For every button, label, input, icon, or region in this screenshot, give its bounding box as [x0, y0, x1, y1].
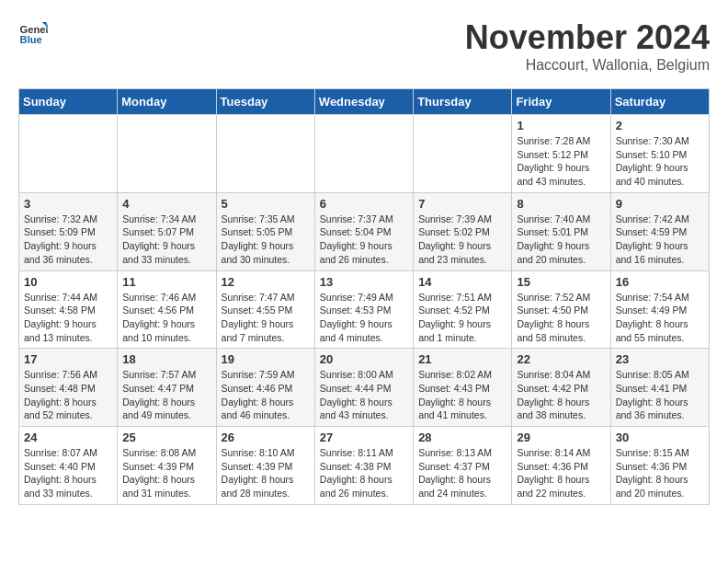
- day-number: 21: [418, 352, 506, 366]
- day-cell: 17 Sunrise: 7:56 AMSunset: 4:48 PMDaylig…: [19, 349, 118, 427]
- day-number: 16: [616, 275, 704, 289]
- day-number: 15: [517, 275, 605, 289]
- column-header-sunday: Sunday: [19, 89, 118, 115]
- day-cell: 27 Sunrise: 8:11 AMSunset: 4:38 PMDaylig…: [314, 427, 413, 505]
- week-row-4: 17 Sunrise: 7:56 AMSunset: 4:48 PMDaylig…: [19, 349, 710, 427]
- day-cell: [314, 115, 413, 193]
- column-header-tuesday: Tuesday: [216, 89, 314, 115]
- day-detail: Sunrise: 7:51 AMSunset: 4:52 PMDaylight:…: [418, 291, 506, 345]
- calendar-header-row: SundayMondayTuesdayWednesdayThursdayFrid…: [19, 89, 710, 115]
- calendar-table: SundayMondayTuesdayWednesdayThursdayFrid…: [18, 88, 710, 505]
- day-detail: Sunrise: 8:05 AMSunset: 4:41 PMDaylight:…: [616, 368, 704, 422]
- day-cell: [414, 115, 512, 193]
- day-number: 12: [222, 275, 310, 289]
- day-number: 8: [517, 197, 605, 211]
- day-number: 14: [418, 275, 506, 289]
- day-detail: Sunrise: 8:15 AMSunset: 4:36 PMDaylight:…: [616, 446, 704, 500]
- day-number: 17: [24, 352, 112, 366]
- day-detail: Sunrise: 7:34 AMSunset: 5:07 PMDaylight:…: [122, 213, 210, 267]
- week-row-5: 24 Sunrise: 8:07 AMSunset: 4:40 PMDaylig…: [19, 427, 710, 505]
- day-detail: Sunrise: 8:13 AMSunset: 4:37 PMDaylight:…: [418, 446, 506, 500]
- day-detail: Sunrise: 7:54 AMSunset: 4:49 PMDaylight:…: [616, 291, 704, 345]
- day-cell: 9 Sunrise: 7:42 AMSunset: 4:59 PMDayligh…: [610, 192, 709, 270]
- svg-text:General: General: [20, 24, 48, 35]
- day-detail: Sunrise: 7:39 AMSunset: 5:02 PMDaylight:…: [418, 213, 506, 267]
- day-cell: 10 Sunrise: 7:44 AMSunset: 4:58 PMDaylig…: [19, 270, 118, 349]
- day-number: 20: [320, 352, 408, 366]
- location-title: Haccourt, Wallonia, Belgium: [465, 57, 710, 74]
- day-cell: 1 Sunrise: 7:28 AMSunset: 5:12 PMDayligh…: [512, 115, 610, 193]
- day-number: 7: [418, 197, 506, 211]
- day-detail: Sunrise: 8:14 AMSunset: 4:36 PMDaylight:…: [517, 446, 605, 500]
- day-number: 10: [24, 275, 112, 289]
- day-cell: 6 Sunrise: 7:37 AMSunset: 5:04 PMDayligh…: [314, 192, 413, 270]
- day-cell: 5 Sunrise: 7:35 AMSunset: 5:05 PMDayligh…: [216, 192, 314, 270]
- logo-icon: General Blue: [18, 18, 48, 48]
- day-cell: 26 Sunrise: 8:10 AMSunset: 4:39 PMDaylig…: [216, 427, 314, 505]
- day-cell: 11 Sunrise: 7:46 AMSunset: 4:56 PMDaylig…: [118, 270, 216, 349]
- day-cell: 29 Sunrise: 8:14 AMSunset: 4:36 PMDaylig…: [512, 427, 610, 505]
- day-cell: 19 Sunrise: 7:59 AMSunset: 4:46 PMDaylig…: [216, 349, 314, 427]
- day-number: 25: [122, 431, 210, 444]
- day-cell: 23 Sunrise: 8:05 AMSunset: 4:41 PMDaylig…: [610, 349, 709, 427]
- day-detail: Sunrise: 7:30 AMSunset: 5:10 PMDaylight:…: [616, 134, 704, 189]
- day-detail: Sunrise: 8:00 AMSunset: 4:44 PMDaylight:…: [320, 368, 408, 422]
- day-detail: Sunrise: 7:37 AMSunset: 5:04 PMDaylight:…: [320, 213, 408, 267]
- day-cell: 8 Sunrise: 7:40 AMSunset: 5:01 PMDayligh…: [512, 192, 610, 270]
- week-row-1: 1 Sunrise: 7:28 AMSunset: 5:12 PMDayligh…: [19, 115, 710, 193]
- day-detail: Sunrise: 7:57 AMSunset: 4:47 PMDaylight:…: [122, 368, 210, 422]
- day-number: 6: [320, 197, 408, 211]
- day-number: 29: [517, 431, 605, 444]
- day-detail: Sunrise: 8:11 AMSunset: 4:38 PMDaylight:…: [320, 446, 408, 500]
- day-detail: Sunrise: 7:32 AMSunset: 5:09 PMDaylight:…: [24, 213, 112, 267]
- day-cell: [118, 115, 216, 193]
- title-area: November 2024 Haccourt, Wallonia, Belgiu…: [465, 18, 710, 74]
- day-detail: Sunrise: 7:44 AMSunset: 4:58 PMDaylight:…: [24, 291, 112, 345]
- day-cell: 12 Sunrise: 7:47 AMSunset: 4:55 PMDaylig…: [216, 270, 314, 349]
- day-detail: Sunrise: 8:07 AMSunset: 4:40 PMDaylight:…: [24, 446, 112, 500]
- day-number: 9: [616, 197, 704, 211]
- header: General Blue November 2024 Haccourt, Wal…: [18, 18, 710, 74]
- day-detail: Sunrise: 8:04 AMSunset: 4:42 PMDaylight:…: [517, 368, 605, 422]
- day-cell: 25 Sunrise: 8:08 AMSunset: 4:39 PMDaylig…: [118, 427, 216, 505]
- day-cell: 2 Sunrise: 7:30 AMSunset: 5:10 PMDayligh…: [610, 115, 709, 193]
- logo: General Blue: [18, 18, 48, 48]
- day-cell: 24 Sunrise: 8:07 AMSunset: 4:40 PMDaylig…: [19, 427, 118, 505]
- day-detail: Sunrise: 7:28 AMSunset: 5:12 PMDaylight:…: [517, 134, 605, 189]
- day-detail: Sunrise: 7:59 AMSunset: 4:46 PMDaylight:…: [222, 368, 310, 422]
- day-cell: 30 Sunrise: 8:15 AMSunset: 4:36 PMDaylig…: [610, 427, 709, 505]
- month-title: November 2024: [465, 18, 710, 57]
- day-detail: Sunrise: 7:52 AMSunset: 4:50 PMDaylight:…: [517, 291, 605, 345]
- day-number: 18: [122, 352, 210, 366]
- day-number: 23: [616, 352, 704, 366]
- day-cell: 13 Sunrise: 7:49 AMSunset: 4:53 PMDaylig…: [314, 270, 413, 349]
- day-detail: Sunrise: 8:08 AMSunset: 4:39 PMDaylight:…: [122, 446, 210, 500]
- day-detail: Sunrise: 8:02 AMSunset: 4:43 PMDaylight:…: [418, 368, 506, 422]
- day-number: 24: [24, 431, 112, 444]
- day-cell: [216, 115, 314, 193]
- day-cell: 14 Sunrise: 7:51 AMSunset: 4:52 PMDaylig…: [414, 270, 512, 349]
- column-header-friday: Friday: [512, 89, 610, 115]
- week-row-3: 10 Sunrise: 7:44 AMSunset: 4:58 PMDaylig…: [19, 270, 710, 349]
- day-cell: 20 Sunrise: 8:00 AMSunset: 4:44 PMDaylig…: [314, 349, 413, 427]
- day-cell: 28 Sunrise: 8:13 AMSunset: 4:37 PMDaylig…: [414, 427, 512, 505]
- day-cell: [19, 115, 118, 193]
- day-detail: Sunrise: 8:10 AMSunset: 4:39 PMDaylight:…: [222, 446, 310, 500]
- day-number: 26: [222, 431, 310, 444]
- day-cell: 15 Sunrise: 7:52 AMSunset: 4:50 PMDaylig…: [512, 270, 610, 349]
- day-detail: Sunrise: 7:56 AMSunset: 4:48 PMDaylight:…: [24, 368, 112, 422]
- day-number: 30: [616, 431, 704, 444]
- day-number: 19: [222, 352, 310, 366]
- column-header-saturday: Saturday: [610, 89, 709, 115]
- day-cell: 7 Sunrise: 7:39 AMSunset: 5:02 PMDayligh…: [414, 192, 512, 270]
- day-cell: 22 Sunrise: 8:04 AMSunset: 4:42 PMDaylig…: [512, 349, 610, 427]
- day-cell: 21 Sunrise: 8:02 AMSunset: 4:43 PMDaylig…: [414, 349, 512, 427]
- day-detail: Sunrise: 7:35 AMSunset: 5:05 PMDaylight:…: [222, 213, 310, 267]
- day-detail: Sunrise: 7:47 AMSunset: 4:55 PMDaylight:…: [222, 291, 310, 345]
- day-number: 28: [418, 431, 506, 444]
- day-cell: 3 Sunrise: 7:32 AMSunset: 5:09 PMDayligh…: [19, 192, 118, 270]
- day-number: 3: [24, 197, 112, 211]
- day-number: 5: [222, 197, 310, 211]
- day-detail: Sunrise: 7:40 AMSunset: 5:01 PMDaylight:…: [517, 213, 605, 267]
- day-cell: 18 Sunrise: 7:57 AMSunset: 4:47 PMDaylig…: [118, 349, 216, 427]
